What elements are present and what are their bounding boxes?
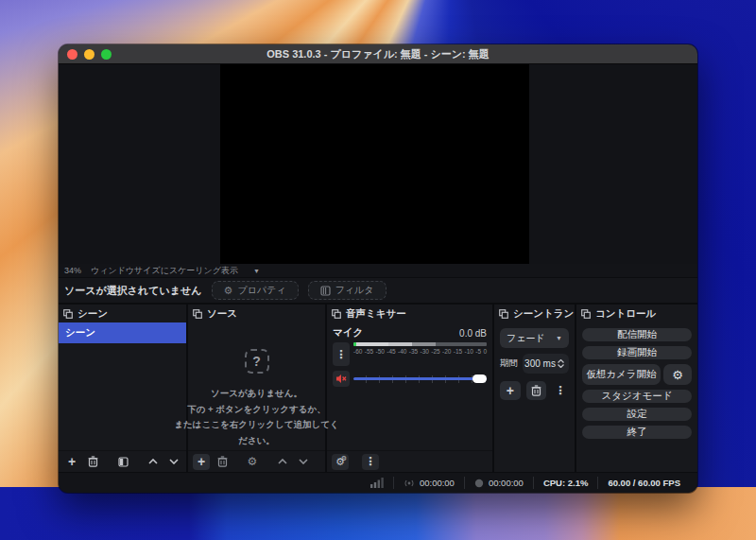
mixer-channel-menu-button[interactable]: ⋮ [333,342,350,366]
scenes-list: シーン + [59,322,186,472]
chevron-up-icon [148,459,158,464]
stream-time: 00:00:00 [420,478,455,488]
move-scene-down-button[interactable] [165,454,182,470]
add-source-button[interactable]: + [193,454,210,470]
filter-icon [118,457,129,467]
trash-icon [217,456,228,467]
dock-icon [581,309,591,319]
transitions-dock-title: シーントランジシ… [513,307,575,321]
scene-transitions-dock: シーントランジシ… フェード ▼ 期間 300 ms [494,305,575,472]
scale-dropdown-caret-icon[interactable]: ▼ [253,268,260,274]
spinner-up-icon[interactable] [558,359,564,363]
sources-dock: ソース ? ソースがありません。 下の + ボタンをクリックするか、 またはここ… [188,305,325,472]
sources-toolbar: + ⚙ [188,450,325,472]
mixer-dock-header[interactable]: 音声ミキサー [327,305,492,322]
volume-meter-ticks: -60-55-50-45-40-35-30-25-20-15-10-50 [353,348,487,355]
advanced-audio-button[interactable]: ⚙ ⚙ [332,454,349,470]
controls-dock-title: コントロール [595,307,656,321]
move-source-down-button[interactable] [295,454,312,470]
filter-icon [320,286,331,296]
status-bar: 00:00:00 00:00:00 CPU: 2.1% 60.00 / 60.0… [59,472,697,493]
duration-label: 期間 [500,357,518,370]
duration-value: 300 ms [523,358,558,369]
controls-body: 配信開始 録画開始 仮想カメラ開始 ⚙ スタジオモード 設定 終了 [576,322,697,444]
trash-icon [531,385,541,396]
start-virtual-camera-button[interactable]: 仮想カメラ開始 [582,364,661,385]
chevron-down-icon [169,459,179,464]
scenes-toolbar: + [59,450,186,472]
mixer-body: マイク 0.0 dB ⋮ -60-55-50-45-40-35-30-25-20… [327,322,492,472]
speaker-muted-icon [335,374,347,384]
transition-select[interactable]: フェード ▼ [500,328,569,348]
preview-scale-mode[interactable]: ウィンドウサイズにスケーリング表示 [91,265,238,277]
chevron-up-icon [278,459,287,464]
start-recording-button[interactable]: 録画開始 [582,346,692,359]
mute-button[interactable] [333,371,350,387]
audio-mixer-dock: 音声ミキサー マイク 0.0 dB ⋮ -60-55-50-45-40-35-3… [327,305,492,472]
preview-area[interactable] [59,64,697,264]
gear-icon: ⚙ [672,368,683,382]
settings-button[interactable]: 設定 [582,408,692,421]
program-canvas[interactable] [220,64,529,264]
remove-transition-button[interactable] [526,381,547,400]
sources-empty-text: ださい。 [238,434,275,448]
exit-button[interactable]: 終了 [582,426,692,439]
dock-icon [63,309,73,319]
sources-list[interactable]: ? ソースがありません。 下の + ボタンをクリックするか、 またはここを右クリ… [188,322,325,472]
studio-mode-button[interactable]: スタジオモード [582,390,692,403]
add-transition-button[interactable]: + [500,381,521,400]
volume-slider-handle[interactable] [472,375,487,383]
spinner-down-icon[interactable] [558,364,564,368]
controls-dock: コントロール 配信開始 録画開始 仮想カメラ開始 ⚙ スタジオモード 設定 終了 [576,305,697,472]
record-dot-icon [474,479,484,488]
sources-empty-state: ? ソースがありません。 下の + ボタンをクリックするか、 またはここを右クリ… [188,322,325,450]
volume-meter-bar [353,342,487,346]
scene-list-item[interactable]: シーン [59,322,186,343]
controls-dock-header[interactable]: コントロール [576,305,697,322]
mixer-dock-title: 音声ミキサー [346,307,406,321]
scenes-dock-header[interactable]: シーン [59,305,186,322]
add-scene-button[interactable]: + [63,454,80,470]
preview-zoom-percent: 34% [64,266,81,275]
chevron-down-icon: ▼ [556,335,562,341]
mixer-menu-button[interactable]: ⋮ [362,454,379,470]
duration-spinner[interactable]: 300 ms [523,354,569,374]
source-context-bar: ソースが選択されていません ⚙ プロパティ フィルタ [59,277,697,303]
record-time: 00:00:00 [489,478,524,488]
transition-select-value: フェード [507,332,545,345]
stream-timer: 00:00:00 [394,473,464,493]
sources-dock-header[interactable]: ソース [188,305,325,322]
question-mark-icon: ? [245,349,269,374]
transitions-body: フェード ▼ 期間 300 ms [494,322,575,472]
mixer-channel-header: マイク 0.0 dB [333,326,487,340]
start-streaming-button[interactable]: 配信開始 [582,328,692,341]
mixer-channel-name: マイク [333,326,363,340]
transitions-dock-header[interactable]: シーントランジシ… [494,305,575,322]
move-source-up-button[interactable] [274,454,291,470]
remove-scene-button[interactable] [84,454,101,470]
desktop-wallpaper-bottom [0,487,756,540]
dock-icon [332,309,341,319]
preview-scale-row: 34% ウィンドウサイズにスケーリング表示 ▼ [59,264,697,277]
signal-bars-icon [370,478,384,488]
scenes-dock-title: シーン [77,307,108,321]
gear-icon: ⚙ [248,455,258,468]
filters-button[interactable]: フィルタ [308,281,387,300]
trash-icon [88,456,98,467]
fps-indicator: 60.00 / 60.00 FPS [598,473,690,493]
obs-window: OBS 31.0.3 - プロファイル: 無題 - シーン: 無題 34% ウィ… [59,44,697,493]
volume-slider[interactable] [353,373,487,386]
remove-source-button[interactable] [214,454,231,470]
cpu-usage: CPU: 2.1% [534,473,598,493]
move-scene-up-button[interactable] [145,454,162,470]
gear-icon: ⚙ [224,285,233,297]
virtual-camera-config-button[interactable]: ⚙ [663,364,692,385]
scene-filters-button[interactable] [114,454,131,470]
scenes-dock: シーン シーン + [59,305,186,472]
transition-menu-button[interactable]: ⋮ [552,383,569,399]
window-title: OBS 31.0.3 - プロファイル: 無題 - シーン: 無題 [59,47,697,61]
properties-button[interactable]: ⚙ プロパティ [212,281,299,300]
chevron-down-icon [299,459,308,464]
titlebar[interactable]: OBS 31.0.3 - プロファイル: 無題 - シーン: 無題 [59,44,697,64]
source-properties-button[interactable]: ⚙ [244,454,261,470]
